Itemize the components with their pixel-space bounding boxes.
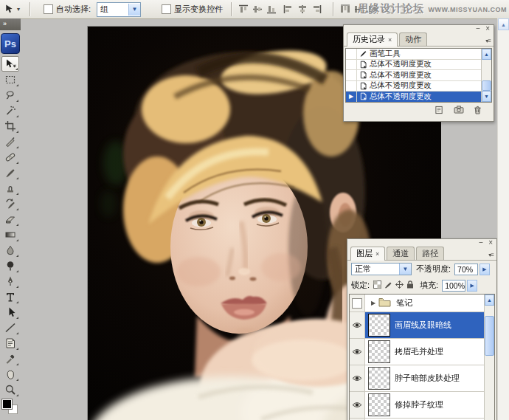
dropdown-arrow-icon[interactable]: ▼ bbox=[128, 4, 140, 16]
tool-gradient[interactable] bbox=[1, 227, 19, 242]
tool-magic-wand[interactable] bbox=[1, 103, 19, 118]
close-icon[interactable]: × bbox=[488, 239, 493, 247]
scroll-up-icon[interactable]: ▲ bbox=[485, 295, 494, 306]
tab-close-icon[interactable]: × bbox=[388, 36, 392, 44]
minimize-icon[interactable]: − bbox=[476, 25, 480, 32]
history-state-row[interactable]: 总体不透明度更改 bbox=[346, 60, 481, 71]
color-swatches[interactable] bbox=[1, 399, 19, 409]
lock-all-icon[interactable] bbox=[406, 280, 414, 290]
history-state-row[interactable]: 总体不透明度更改 bbox=[346, 81, 481, 92]
history-scrollbar[interactable]: ▲ ▼ bbox=[481, 49, 491, 102]
lock-position-icon[interactable] bbox=[395, 280, 404, 290]
photoshop-window: ▾ 自动选择: 组 ▼ 显示变换控件 bbox=[0, 0, 509, 420]
visibility-toggle[interactable] bbox=[350, 339, 365, 365]
layer-thumbnail[interactable] bbox=[368, 393, 390, 416]
history-state-pointer-icon[interactable]: ▶ bbox=[346, 92, 357, 102]
minimize-icon[interactable]: − bbox=[479, 239, 483, 247]
page-scroll-up-icon[interactable]: ▲ bbox=[498, 18, 509, 30]
fill-slider-arrow-icon[interactable]: ▶ bbox=[467, 280, 477, 292]
scroll-up-icon[interactable]: ▲ bbox=[482, 49, 491, 60]
tool-clone-stamp[interactable] bbox=[1, 180, 19, 196]
history-source-checkbox[interactable] bbox=[346, 60, 357, 70]
new-snapshot-camera-icon[interactable] bbox=[454, 106, 464, 114]
layer-row[interactable]: 拷眉毛并处理 bbox=[350, 339, 484, 365]
scroll-down-icon[interactable]: ▼ bbox=[482, 91, 491, 102]
move-tool-preset[interactable]: ▾ bbox=[4, 4, 20, 15]
opacity-value[interactable]: 70% bbox=[454, 264, 478, 275]
align-horizontal-centers-icon[interactable] bbox=[297, 4, 308, 15]
visibility-toggle[interactable] bbox=[350, 295, 365, 311]
layer-row[interactable]: 脖子暗部皮肤处理 bbox=[350, 365, 484, 392]
align-bottom-edges-icon[interactable] bbox=[266, 4, 277, 15]
tool-move[interactable] bbox=[1, 56, 19, 72]
show-transform-checkbox[interactable] bbox=[162, 4, 171, 14]
tab-channels[interactable]: 通道 bbox=[387, 247, 415, 260]
align-right-edges-icon[interactable] bbox=[311, 4, 322, 15]
tool-type[interactable] bbox=[1, 289, 19, 304]
tab-close-icon[interactable]: × bbox=[375, 250, 379, 258]
scrollbar-thumb[interactable] bbox=[485, 316, 494, 356]
tool-eyedropper[interactable] bbox=[1, 351, 19, 366]
layer-row-selected[interactable]: 画眉线及眼暗线 bbox=[350, 312, 484, 339]
history-state-row[interactable]: 总体不透明度更改 bbox=[346, 70, 481, 81]
tool-healing-brush[interactable] bbox=[1, 149, 19, 165]
history-source-checkbox[interactable] bbox=[346, 70, 357, 80]
align-vertical-centers-icon[interactable] bbox=[252, 4, 263, 15]
tab-paths[interactable]: 路径 bbox=[416, 247, 444, 260]
tool-dodge[interactable] bbox=[1, 258, 19, 273]
tool-history-brush[interactable] bbox=[1, 196, 19, 211]
tab-history[interactable]: 历史记录 × bbox=[347, 32, 398, 47]
tool-crop[interactable] bbox=[1, 118, 19, 134]
blend-mode-select[interactable]: 正常 ▼ bbox=[351, 263, 412, 275]
history-source-checkbox[interactable] bbox=[346, 81, 357, 92]
layers-scrollbar[interactable]: ▲ bbox=[484, 295, 494, 420]
scrollbar-thumb[interactable] bbox=[482, 80, 491, 91]
layer-thumbnail[interactable] bbox=[368, 367, 390, 390]
watermark-cn: 思缘设计论坛 bbox=[359, 2, 425, 16]
tool-rectangular-marquee[interactable] bbox=[1, 72, 19, 87]
visibility-toggle[interactable] bbox=[350, 312, 365, 338]
layer-group-row[interactable]: ▶ 笔记 bbox=[350, 295, 484, 312]
page-scrollbar[interactable]: ▲ bbox=[497, 18, 509, 420]
collapse-arrow-icon[interactable]: ▶ bbox=[371, 300, 375, 306]
tool-hand[interactable] bbox=[1, 366, 19, 382]
opacity-slider-arrow-icon[interactable]: ▶ bbox=[479, 264, 490, 275]
tool-zoom[interactable] bbox=[1, 382, 19, 397]
layer-row[interactable]: 修掉脖子纹理 bbox=[350, 392, 484, 419]
close-icon[interactable]: × bbox=[485, 25, 490, 32]
auto-select-checkbox[interactable] bbox=[44, 4, 53, 14]
tool-notes[interactable] bbox=[1, 335, 19, 351]
tool-lasso[interactable] bbox=[1, 87, 19, 103]
fill-value[interactable]: 100% bbox=[442, 280, 465, 292]
tool-eraser[interactable] bbox=[1, 211, 19, 227]
dropdown-arrow-icon[interactable]: ▼ bbox=[399, 264, 411, 275]
tool-slice[interactable] bbox=[1, 134, 19, 149]
layers-palette: − × 图层 × 通道 路径 ▾≡ 正常 ▼ 不透明度: 70% ▶ 锁定: bbox=[347, 238, 497, 420]
delete-trash-icon[interactable] bbox=[474, 106, 482, 114]
tool-path-selection[interactable] bbox=[1, 304, 19, 320]
tool-brush[interactable] bbox=[1, 165, 19, 180]
visibility-toggle[interactable] bbox=[350, 392, 365, 418]
layer-thumbnail[interactable] bbox=[368, 340, 390, 363]
tool-blur[interactable] bbox=[1, 242, 19, 258]
auto-select-dropdown[interactable]: 组 ▼ bbox=[97, 2, 141, 17]
lock-transparency-icon[interactable] bbox=[373, 280, 381, 290]
align-left-edges-icon[interactable] bbox=[283, 4, 294, 15]
layer-thumbnail[interactable] bbox=[368, 314, 390, 337]
align-top-edges-icon[interactable] bbox=[238, 4, 249, 15]
lock-image-icon[interactable] bbox=[384, 280, 392, 290]
tab-layers[interactable]: 图层 × bbox=[350, 247, 385, 261]
panel-menu-icon[interactable]: ▾≡ bbox=[485, 38, 491, 44]
tool-line[interactable] bbox=[1, 320, 19, 335]
panel-menu-icon[interactable]: ▾≡ bbox=[488, 252, 494, 258]
new-document-from-state-icon[interactable] bbox=[434, 106, 444, 114]
history-state-row[interactable]: 画笔工具 bbox=[346, 49, 481, 60]
visibility-toggle[interactable] bbox=[350, 365, 365, 391]
tools-collapse-button[interactable]: » bbox=[0, 18, 21, 30]
tool-pen[interactable] bbox=[1, 273, 19, 289]
history-source-checkbox[interactable] bbox=[346, 49, 357, 59]
tab-actions[interactable]: 动作 bbox=[399, 32, 427, 46]
distribute-top-edges-icon[interactable] bbox=[339, 4, 351, 15]
foreground-color-swatch[interactable] bbox=[2, 399, 12, 409]
history-state-row-selected[interactable]: ▶ 总体不透明度更改 bbox=[346, 92, 481, 102]
